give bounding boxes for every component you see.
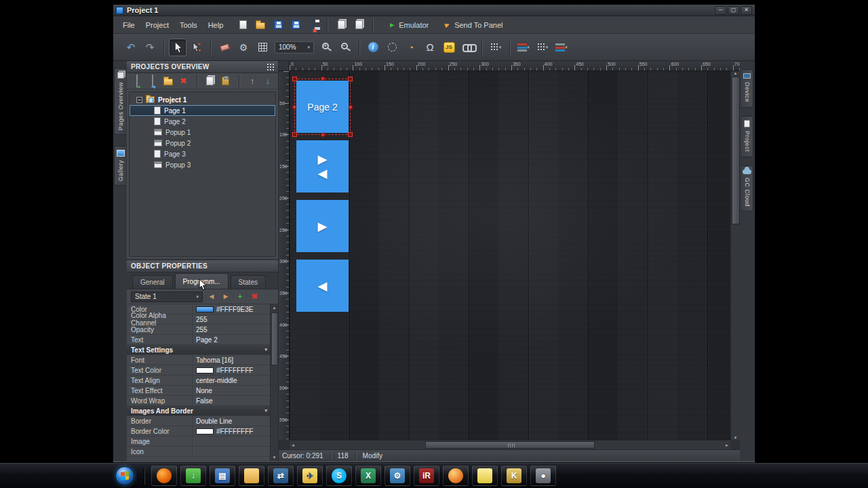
plane-taskbar-icon[interactable]: ✈ xyxy=(297,466,323,486)
canvas-page-2-button[interactable]: Page 2 xyxy=(296,81,349,133)
open-project-button[interactable] xyxy=(253,18,268,33)
add-folder-button[interactable] xyxy=(162,75,174,87)
close-button[interactable]: ✕ xyxy=(741,6,752,15)
property-row-text-align[interactable]: Text Align center-middle xyxy=(127,375,270,386)
tab-device[interactable]: Device xyxy=(741,69,753,108)
menu-project[interactable]: Project xyxy=(140,19,174,31)
firefox-taskbar-icon[interactable] xyxy=(151,466,177,486)
tab-project[interactable]: Project xyxy=(741,116,753,157)
scroll-down-icon[interactable]: ▼ xyxy=(734,436,738,440)
zoom-out-button[interactable]: − xyxy=(336,39,354,56)
selection-handle[interactable] xyxy=(349,105,353,109)
tree-item-page-2[interactable]: Page 2 xyxy=(130,116,275,127)
canvas-h-scrollbar[interactable]: ◄ ► xyxy=(290,440,730,449)
iridium-taskbar-icon[interactable]: iR xyxy=(414,466,439,486)
design-canvas[interactable]: Page 2 ▶ ◀ ▶ xyxy=(290,71,730,440)
scroll-left-icon[interactable]: ◄ xyxy=(291,443,295,447)
paste-page-button[interactable] xyxy=(220,75,231,87)
send-to-panel-button[interactable]: ► Send To Panel xyxy=(441,20,505,30)
canvas-right-button[interactable]: ▶ xyxy=(296,200,349,252)
save-button[interactable] xyxy=(271,18,285,33)
grid-toggle-button[interactable] xyxy=(254,39,271,56)
zoom-level-dropdown[interactable]: 100% ▾ xyxy=(275,41,314,54)
property-row-border[interactable]: Border Double Line xyxy=(127,416,270,426)
delete-state-button[interactable]: ✖ xyxy=(249,291,260,302)
menu-tools[interactable]: Tools xyxy=(174,19,203,31)
installer-taskbar-icon[interactable]: ↓ xyxy=(180,466,206,486)
export-button[interactable]: ✖ xyxy=(306,18,321,33)
scroll-down-icon[interactable]: ▼ xyxy=(273,454,277,461)
property-row-border-color[interactable]: Border Color #FFFFFFFF xyxy=(127,426,270,436)
import-page-button[interactable] xyxy=(334,18,349,33)
tab-gc-cloud[interactable]: GC Cloud xyxy=(741,165,753,212)
settings-button[interactable]: ⚙ xyxy=(235,39,252,56)
sync-taskbar-icon[interactable]: ⇄ xyxy=(268,466,294,486)
selection-handle[interactable] xyxy=(292,132,297,137)
tab-pages-overview[interactable]: Pages Overview xyxy=(114,68,126,135)
scroll-up-icon[interactable]: ▲ xyxy=(273,304,277,311)
property-section-text-settings[interactable]: Text Settings ▾ xyxy=(127,345,270,355)
excel-taskbar-icon[interactable]: X xyxy=(355,466,381,486)
distribute-dropdown[interactable]: ▾ xyxy=(534,39,551,56)
property-section-images-border[interactable]: Images And Border ▾ xyxy=(127,406,270,416)
tree-item-popup-3[interactable]: Popup 3 xyxy=(130,159,275,170)
panel-options-icon[interactable] xyxy=(267,63,274,70)
tab-general[interactable]: General xyxy=(132,275,173,289)
camera-taskbar-icon[interactable]: ● xyxy=(530,466,556,486)
color-swatch[interactable] xyxy=(196,306,214,312)
property-row-image[interactable]: Image xyxy=(127,436,270,447)
selection-handle[interactable] xyxy=(348,132,353,137)
redo-button[interactable]: ↷ xyxy=(141,39,159,56)
canvas-right-left-button[interactable]: ▶ ◀ xyxy=(296,140,349,192)
node-select-tool-button[interactable] xyxy=(188,39,205,56)
minimize-button[interactable]: ─ xyxy=(715,6,726,15)
save-all-button[interactable] xyxy=(288,18,303,33)
tree-item-popup-2[interactable]: Popup 2 xyxy=(130,138,275,148)
property-row-font[interactable]: Font Tahoma [16] xyxy=(127,355,270,365)
tools-taskbar-icon[interactable]: ⚙ xyxy=(384,466,410,486)
selection-handle[interactable] xyxy=(348,77,353,81)
delete-page-button[interactable]: ✖ xyxy=(178,75,189,87)
canvas-left-button[interactable]: ◀ xyxy=(296,260,349,312)
tree-root-project[interactable]: − Project 1 xyxy=(130,94,275,105)
collapse-icon[interactable]: − xyxy=(136,97,142,103)
selection-handle[interactable] xyxy=(321,133,325,137)
selection-handle[interactable] xyxy=(292,105,296,109)
scroll-right-icon[interactable]: ► xyxy=(725,443,729,447)
order-dropdown[interactable]: ▾ xyxy=(553,39,570,56)
tree-item-page-1[interactable]: Page 1 xyxy=(130,105,275,116)
clear-tool-button[interactable] xyxy=(216,39,233,56)
move-down-button[interactable]: ↓ xyxy=(262,75,273,87)
keys-taskbar-icon[interactable]: K xyxy=(501,466,527,486)
script-button[interactable]: JS xyxy=(440,39,458,56)
next-state-button[interactable]: ► xyxy=(220,291,231,302)
property-row-text-effect[interactable]: Text Effect None xyxy=(127,386,270,396)
tree-item-popup-1[interactable]: Popup 1 xyxy=(130,127,275,138)
start-button[interactable] xyxy=(115,466,134,485)
undo-button[interactable]: ↶ xyxy=(122,39,140,56)
move-up-button[interactable]: ↑ xyxy=(247,75,258,87)
zoom-in-button[interactable]: + xyxy=(317,39,335,56)
folder-taskbar-icon[interactable] xyxy=(239,466,264,486)
scrollbar-thumb[interactable] xyxy=(271,312,278,365)
scrollbar-thumb[interactable] xyxy=(732,77,740,224)
tree-item-page-3[interactable]: Page 3 xyxy=(130,148,275,159)
copy-page-button[interactable] xyxy=(204,75,216,87)
new-project-button[interactable] xyxy=(235,18,250,33)
scrollbar-thumb[interactable] xyxy=(425,441,595,449)
snap-grid-dropdown[interactable]: ▾ xyxy=(487,39,505,56)
menu-file[interactable]: File xyxy=(117,19,140,31)
duplicate-page-button[interactable] xyxy=(351,18,366,33)
omega-button[interactable]: Ω xyxy=(421,39,439,56)
text-color-swatch[interactable] xyxy=(196,367,214,373)
tab-gallery[interactable]: Gallery xyxy=(114,146,126,186)
skype-taskbar-icon[interactable]: S xyxy=(326,466,352,486)
info-tool-button[interactable]: i xyxy=(364,39,382,56)
notes-taskbar-icon[interactable] xyxy=(472,466,498,486)
property-row-text[interactable]: Text Page 2 xyxy=(127,335,270,345)
maximize-button[interactable]: ▢ xyxy=(728,6,739,15)
select-tool-button[interactable] xyxy=(169,39,186,56)
property-row-opacity[interactable]: Opacity 255 xyxy=(127,325,270,335)
property-row-word-wrap[interactable]: Word Wrap False xyxy=(127,396,270,406)
menu-help[interactable]: Help xyxy=(203,19,229,31)
